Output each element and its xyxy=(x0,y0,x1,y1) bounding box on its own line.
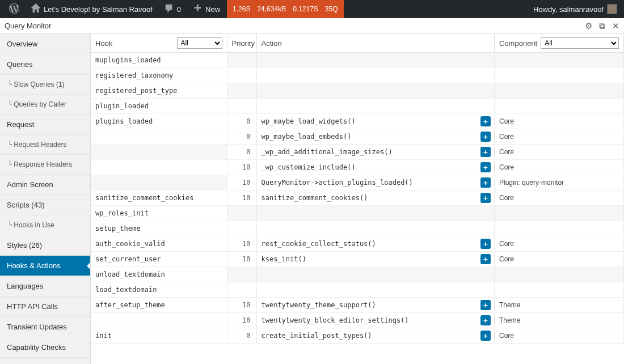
hook-cell xyxy=(91,129,227,145)
hook-cell: registered_taxonomy xyxy=(91,68,227,83)
table-row: setup_theme xyxy=(91,221,624,236)
component-cell xyxy=(495,83,624,99)
hook-cell: setup_theme xyxy=(91,221,227,236)
admin-bar-account[interactable]: Howdy, salmanravoof xyxy=(533,4,619,14)
admin-bar: Let's Develop! by Salman Ravoof 0 New 1.… xyxy=(0,0,624,18)
table-scroll[interactable]: Hook All Priority Action Component All xyxy=(91,34,624,364)
close-icon[interactable]: ✕ xyxy=(612,21,619,31)
priority-cell: 0 xyxy=(227,145,256,160)
expand-button[interactable]: + xyxy=(480,147,491,157)
wp-logo[interactable] xyxy=(5,0,24,18)
gear-icon[interactable]: ⚙ xyxy=(585,21,592,31)
component-cell: Plugin: query-monitor xyxy=(495,175,624,191)
sidebar-item-label: Queries by Caller xyxy=(14,100,66,108)
new-content[interactable]: New xyxy=(188,0,225,18)
table-row: muplugins_loaded xyxy=(91,53,624,68)
popout-icon[interactable]: ⧉ xyxy=(599,21,605,31)
action-cell xyxy=(256,68,495,83)
sidebar-item-label: Styles (26) xyxy=(7,241,42,249)
priority-cell: 0 xyxy=(227,114,256,129)
expand-button[interactable]: + xyxy=(480,331,491,341)
sidebar-item[interactable]: └Slow Queries (1) xyxy=(0,75,90,95)
hook-cell xyxy=(91,145,227,160)
priority-cell xyxy=(227,99,256,114)
expand-button[interactable]: + xyxy=(480,315,491,325)
hook-cell: load_textdomain xyxy=(91,282,227,298)
priority-cell xyxy=(227,53,256,68)
tree-angle-icon: └ xyxy=(8,100,12,108)
sidebar-item[interactable]: Admin Screen xyxy=(0,175,90,195)
sidebar-item[interactable]: Request xyxy=(0,115,90,135)
site-home[interactable]: Let's Develop! by Salman Ravoof xyxy=(26,0,157,18)
comments-link[interactable]: 0 xyxy=(159,0,185,18)
priority-cell: 10 xyxy=(227,236,256,252)
hook-cell: plugin_loaded xyxy=(91,99,227,114)
expand-button[interactable]: + xyxy=(480,177,491,188)
hook-cell xyxy=(91,313,227,328)
site-title: Let's Develop! by Salman Ravoof xyxy=(44,5,153,14)
qm-stats-bar[interactable]: 1.26S 24,634kB 0.1217S 35Q xyxy=(227,0,343,18)
table-row: init0create_initial_post_types()+Core xyxy=(91,328,624,344)
sidebar-item[interactable]: └Hooks in Use xyxy=(0,215,90,235)
action-cell xyxy=(256,221,495,236)
hook-filter[interactable]: All xyxy=(177,37,222,49)
table-row: unload_textdomain xyxy=(91,267,624,282)
hook-cell xyxy=(91,160,227,175)
expand-button[interactable]: + xyxy=(480,193,491,203)
sidebar-item[interactable]: └Queries by Caller xyxy=(0,95,90,115)
component-filter[interactable]: All xyxy=(541,37,619,49)
action-cell: create_initial_post_types()+ xyxy=(256,328,495,344)
action-cell: rest_cookie_collect_status()+ xyxy=(256,236,495,252)
sidebar-item[interactable]: Overview xyxy=(0,34,90,54)
sidebar-item[interactable]: Capability Checks xyxy=(0,337,90,358)
expand-button[interactable]: + xyxy=(480,239,491,249)
qm-stat-queries: 35Q xyxy=(325,5,338,13)
table-row: wp_roles_init xyxy=(91,206,624,221)
sidebar-item-label: Response Headers xyxy=(14,160,72,168)
action-cell: wp_maybe_load_widgets()+ xyxy=(256,114,495,129)
expand-button[interactable]: + xyxy=(480,132,491,142)
qm-panel-header: Query Monitor ⚙ ⧉ ✕ xyxy=(0,18,624,34)
qm-stat-dbtime: 0.1217S xyxy=(293,5,318,13)
table-row: load_textdomain xyxy=(91,282,624,298)
sidebar-item[interactable]: Queries xyxy=(0,54,90,75)
component-cell: Core xyxy=(495,191,624,206)
component-cell xyxy=(495,68,624,83)
sidebar-item[interactable]: Styles (26) xyxy=(0,235,90,256)
sidebar-item-label: Capability Checks xyxy=(7,343,66,352)
sidebar-item[interactable]: Scripts (43) xyxy=(0,195,90,215)
tree-angle-icon: └ xyxy=(8,221,12,229)
action-cell xyxy=(256,53,495,68)
expand-button[interactable]: + xyxy=(480,300,491,310)
sidebar-item[interactable]: Hooks & Actions xyxy=(0,256,90,276)
expand-button[interactable]: + xyxy=(480,116,491,126)
sidebar-item-label: Scripts (43) xyxy=(7,201,44,209)
sidebar-item-label: Request xyxy=(7,120,34,129)
wordpress-icon xyxy=(9,3,19,15)
expand-button[interactable]: + xyxy=(480,254,491,264)
component-cell xyxy=(495,99,624,114)
sidebar-item[interactable]: Languages xyxy=(0,276,90,297)
priority-cell: 10 xyxy=(227,191,256,206)
hook-cell: muplugins_loaded xyxy=(91,53,227,68)
expand-button[interactable]: + xyxy=(480,162,491,172)
table-row: plugins_loaded0wp_maybe_load_widgets()+C… xyxy=(91,114,624,129)
sidebar-item-label: HTTP API Calls xyxy=(7,302,58,311)
sidebar-item[interactable]: HTTP API Calls xyxy=(0,297,90,317)
action-cell xyxy=(256,267,495,282)
sidebar-item-label: Queries xyxy=(7,60,33,69)
sidebar-item[interactable]: Transient Updates xyxy=(0,317,90,337)
new-label: New xyxy=(205,5,220,14)
sidebar-item-label: Hooks & Actions xyxy=(7,261,61,270)
sidebar-item[interactable]: Environment xyxy=(0,358,90,364)
sidebar-item[interactable]: └Request Headers xyxy=(0,135,90,155)
hook-cell: set_current_user xyxy=(91,252,227,267)
table-row: after_setup_theme10twentytwenty_theme_su… xyxy=(91,298,624,313)
sidebar-item[interactable]: └Response Headers xyxy=(0,155,90,175)
table-row: 10twentytwenty_block_editor_settings()+T… xyxy=(91,313,624,328)
priority-cell: 10 xyxy=(227,160,256,175)
component-cell: Core xyxy=(495,160,624,175)
component-cell: Core xyxy=(495,129,624,145)
hooks-table: Hook All Priority Action Component All xyxy=(91,34,624,344)
plus-icon xyxy=(192,3,203,15)
